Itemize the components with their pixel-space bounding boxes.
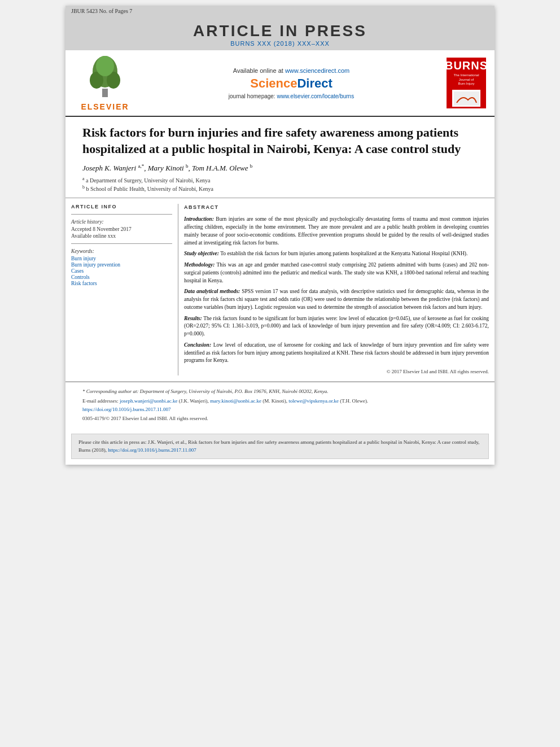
journal-homepage-link[interactable]: www.elsevier.com/locate/burns (277, 93, 354, 99)
conclusion-label: Conclusion: (184, 342, 211, 348)
study-objective-text: To establish the risk factors for burn i… (220, 251, 467, 256)
email-addresses-line: E-mail addresses: joseph.wanjeri@uonbi.a… (82, 397, 478, 405)
burns-journal-subtitle: The International Journal ofBurn Injury (447, 72, 486, 88)
abstract-results: Results: The risk factors found to be si… (184, 315, 489, 338)
corresponding-author-note: * Corresponding author at: Department of… (82, 388, 478, 396)
burns-journal-title: BURNS (445, 59, 488, 72)
burns-cover-icon (454, 91, 479, 106)
article-history-label: Article history: (71, 219, 172, 225)
article-title-section: Risk factors for burn injuries and fire … (65, 117, 495, 198)
article-in-press-banner: ARTICLE IN PRESS BURNS XXX (2018) XXX–XX… (65, 16, 495, 50)
article-info-column: ARTICLE INFO Article history: Accepted 8… (71, 204, 178, 375)
burns-journal-thumbnail (452, 90, 480, 107)
abstract-conclusion: Conclusion: Low level of education, use … (184, 342, 489, 365)
available-online-text: Available online at www.sciencedirect.co… (233, 67, 349, 74)
authors-line: Joseph K. Wanjeri a,*, Mary Kinoti b, To… (82, 163, 478, 172)
results-text: The risk factors found to be significant… (184, 316, 489, 337)
abstract-intro: Introduction: Burn injuries are some of … (184, 216, 489, 247)
keywords-divider (71, 243, 172, 244)
journal-ref: JBUR 5423 No. of Pages 7 (71, 8, 132, 14)
header-center: Available online at www.sciencedirect.co… (145, 55, 438, 111)
email-label: E-mail addresses: (82, 398, 119, 404)
abstract-column: ABSTRACT Introduction: Burn injuries are… (184, 204, 489, 375)
two-column-section: ARTICLE INFO Article history: Accepted 8… (65, 198, 495, 382)
available-online-date: Available online xxx (71, 233, 172, 239)
methodology-label: Methodology: (184, 262, 215, 268)
citation-doi-link[interactable]: https://doi.org/10.1016/j.burns.2017.11.… (108, 447, 196, 453)
sciencedirect-url-link[interactable]: www.sciencedirect.com (285, 67, 349, 74)
article-info-title: ARTICLE INFO (71, 204, 172, 209)
email-1-label: (J.K. Wanjeri), (179, 398, 209, 404)
svg-rect-0 (102, 89, 108, 97)
abstract-study-objective: Study objective: To establish the risk f… (184, 250, 489, 258)
keyword-3: Cases (71, 268, 172, 274)
email-3-label: (T.H. Olewe). (340, 398, 368, 404)
study-objective-label: Study objective: (184, 251, 219, 256)
citation-bar: Please cite this article in press as: J.… (71, 434, 489, 459)
copyright-line: © 2017 Elsevier Ltd and ISBI. All rights… (184, 368, 489, 375)
burns-journal-box: BURNS The International Journal ofBurn I… (447, 58, 486, 108)
elsevier-tree-icon (82, 55, 128, 100)
email-2-link[interactable]: mary.kinoti@uonbi.ac.ke (210, 398, 261, 404)
abstract-data-analytical: Data analytical methods: SPSS version 17… (184, 288, 489, 311)
email-2-label: (M. Kinoti), (262, 398, 287, 404)
keyword-2: Burn injury prevention (71, 262, 172, 268)
conclusion-text: Low level of education, use of kerosene … (184, 342, 489, 364)
article-info-divider (71, 214, 172, 215)
intro-label: Introduction: (184, 216, 214, 222)
article-in-press-title: ARTICLE IN PRESS (65, 22, 495, 40)
doi-link[interactable]: https://doi.org/10.1016/j.burns.2017.11.… (82, 407, 171, 412)
elsevier-text: ELSEVIER (81, 102, 129, 111)
email-1-link[interactable]: joseph.wanjeri@uonbi.ac.ke (120, 398, 178, 404)
header-area: ELSEVIER Available online at www.science… (65, 50, 495, 117)
accepted-date: Accepted 8 November 2017 (71, 226, 172, 232)
email-3-link[interactable]: tolewe@vipskenya.or.ke (288, 398, 339, 404)
keyword-5: Risk factors (71, 281, 172, 286)
doi-line: https://doi.org/10.1016/j.burns.2017.11.… (82, 406, 478, 414)
keyword-4: Controls (71, 274, 172, 280)
footer-notes: * Corresponding author at: Department of… (65, 382, 495, 428)
data-analytical-label: Data analytical methods: (184, 289, 240, 294)
affiliation-a: a a Department of Surgery, University of… (82, 176, 478, 184)
intro-text: Burn injuries are some of the most physi… (184, 216, 489, 245)
journal-homepage-text: journal homepage: www.elsevier.com/locat… (229, 93, 354, 99)
keyword-1: Burn injury (71, 256, 172, 261)
methodology-text: This was an age and gender matched case-… (184, 262, 489, 283)
affiliation-b: b b School of Public Health, University … (82, 185, 478, 192)
keywords-label: Keywords: (71, 248, 172, 254)
article-main-title: Risk factors for burn injuries and fire … (82, 125, 478, 157)
abstract-methodology: Methodology: This was an age and gender … (184, 261, 489, 285)
issn-line: 0305-4179/© 2017 Elsevier Ltd and ISBI. … (82, 415, 478, 423)
elsevier-logo-block: ELSEVIER (71, 55, 139, 111)
abstract-title: ABSTRACT (184, 204, 489, 211)
sciencedirect-logo: ScienceDirect (250, 76, 333, 91)
journal-volume: BURNS XXX (2018) XXX–XXX (65, 40, 495, 47)
article-page: JBUR 5423 No. of Pages 7 ARTICLE IN PRES… (65, 6, 495, 465)
top-bar: JBUR 5423 No. of Pages 7 (65, 6, 495, 16)
results-label: Results: (184, 316, 202, 321)
svg-point-4 (96, 56, 114, 76)
burns-journal-logo-block: BURNS The International Journal ofBurn I… (444, 55, 489, 111)
